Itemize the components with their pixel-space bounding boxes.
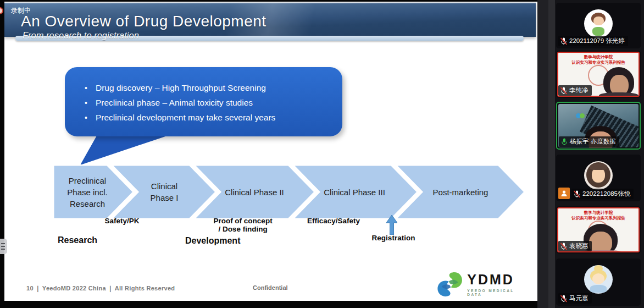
mic-muted-icon: [560, 37, 567, 45]
callout-bullet: •Preclinical development may take severa…: [85, 111, 332, 124]
avatar: [584, 9, 613, 38]
note-proof-of-concept: Proof of concept / Dose finding: [213, 217, 272, 233]
participant-tile-active-speaker[interactable]: YDMD 杨振宇 亦度数据: [556, 102, 641, 150]
participant-name-bar: 袁晓惠: [558, 241, 592, 251]
participant-name-bar: 2202112079 张光婷: [558, 36, 628, 46]
phase-chevron-flow: Preclinical Phase incl. Research Clinica…: [53, 164, 528, 219]
phase-label: Phase incl.: [67, 188, 107, 197]
toolbar-drag-handle[interactable]: [0, 239, 7, 254]
participant-role-badge: [558, 188, 570, 199]
phase-label: Preclinical: [69, 176, 106, 185]
callout-bullet: •Drug discovery – High Throughput Screen…: [85, 81, 332, 95]
bullet-icon: •: [85, 96, 96, 109]
phase-label: Clinical Phase II: [225, 188, 284, 197]
shared-screen-slide: 录制中 An Overview of Drug Development From…: [4, 2, 537, 301]
mic-muted-icon: [560, 295, 567, 302]
mic-muted-icon: [560, 243, 567, 250]
participant-tile[interactable]: 2202112079 张光婷: [556, 3, 641, 48]
bullet-icon: •: [85, 111, 96, 124]
participant-name-bar: 马元嘉: [558, 293, 592, 304]
bullet-icon: •: [85, 81, 96, 95]
person-icon: [560, 190, 568, 197]
callout-bullet: •Preclinical phase – Animal toxicity stu…: [85, 96, 332, 109]
note-safety-pk: Safety/PK: [104, 217, 139, 225]
logo-name: YDMD: [467, 273, 524, 287]
ydmd-logo-icon: [436, 270, 464, 299]
logo-tagline: YEEDO MEDICAL DATA: [467, 289, 524, 296]
participant-name-bar: 李纯净: [558, 85, 592, 96]
stage-label-development: Development: [185, 236, 240, 246]
recording-indicator-icon: [0, 7, 3, 14]
note-efficacy-safety: Efficacy/Safety: [307, 217, 360, 225]
callout-bubble: •Drug discovery – High Throughput Screen…: [65, 67, 342, 136]
note-registration: Registration: [372, 234, 415, 242]
meeting-window: 录制中 An Overview of Drug Development From…: [0, 0, 644, 308]
phase-label: Clinical: [151, 182, 177, 191]
participant-name-bar: 2202212085张悦: [571, 189, 634, 199]
registration-arrow-icon: [386, 215, 397, 235]
participants-sidebar: 2202112079 张光婷 数学与统计学院 认识实习和专业实习系列报告: [537, 0, 644, 308]
phase-label: Research: [70, 199, 105, 208]
mic-muted-icon: [560, 87, 567, 95]
participant-tile[interactable]: 数学与统计学院 认识实习和专业实习系列报告 袁晓惠: [556, 206, 641, 254]
ydmd-logo: YDMD YEEDO MEDICAL DATA: [436, 268, 524, 300]
participant-tile[interactable]: 数学与统计学院 认识实习和专业实习系列报告 李纯净: [556, 51, 641, 98]
slide-subtitle: From research to registration: [23, 30, 139, 41]
slide-footer-copyright: 10 ❘ YeedoMD 2022 China ❘ All Rights Res…: [26, 285, 175, 292]
mic-active-icon: [561, 138, 568, 146]
mic-muted-icon: [574, 190, 580, 198]
stage-label-research: Research: [58, 235, 97, 245]
callout-tail: [4, 2, 537, 301]
participant-tile[interactable]: 马元嘉: [556, 258, 641, 306]
avatar: [584, 161, 613, 190]
phase-label: Post-marketing: [433, 188, 488, 197]
phase-label: Clinical Phase III: [324, 188, 385, 197]
phase-label: Phase I: [151, 193, 179, 202]
slide-footer-confidential: Confidential: [253, 284, 288, 291]
participant-tile[interactable]: 2202212085张悦: [556, 155, 641, 201]
sidebar-gap: [537, 0, 548, 308]
participant-name-bar: 杨振宇 亦度数据: [559, 136, 619, 147]
sidebar-resize-divider[interactable]: [548, 0, 555, 308]
avatar: [584, 265, 613, 294]
recording-status-label: 录制中: [11, 6, 31, 15]
slide-title: An Overview of Drug Development: [21, 13, 267, 30]
